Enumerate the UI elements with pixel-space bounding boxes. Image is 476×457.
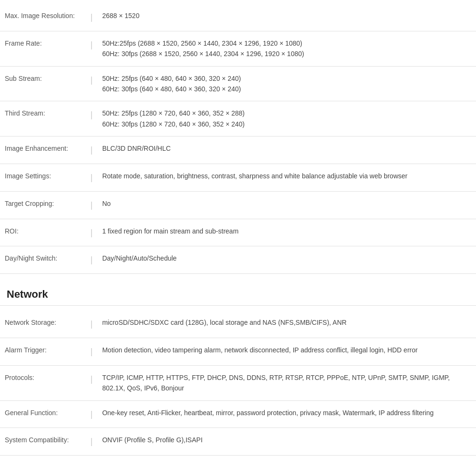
spec-label: General Function: [0, 400, 86, 428]
spec-label: System Compatibility: [0, 428, 86, 456]
spec-label: Day/Night Switch: [0, 246, 86, 274]
table-row: Protocols:|TCP/IP, ICMP, HTTP, HTTPS, FT… [0, 365, 476, 400]
table-row: Third Stream:|50Hz: 25fps (1280 × 720, 6… [0, 101, 476, 136]
spec-label: Image Settings: [0, 164, 86, 191]
spec-value: One-key reset, Anti-Flicker, heartbeat, … [98, 400, 476, 428]
spec-divider: | [86, 219, 98, 246]
spec-divider: | [86, 101, 98, 136]
spec-divider: | [86, 66, 98, 101]
spec-divider: | [86, 365, 98, 400]
table-row: Alarm Trigger:|Motion detection, video t… [0, 338, 476, 365]
spec-value: ONVIF (Profile S, Profile G),ISAPI [98, 428, 476, 456]
spec-divider: | [86, 338, 98, 365]
spec-value: 1 fixed region for main stream and sub-s… [98, 219, 476, 246]
spec-value: Day/Night/Auto/Schedule [98, 246, 476, 274]
spec-divider: | [86, 311, 98, 338]
table-row: Sub Stream:|50Hz: 25fps (640 × 480, 640 … [0, 66, 476, 101]
spec-divider: | [86, 246, 98, 274]
spec-label: Image Enhancement: [0, 136, 86, 164]
spec-label: Third Stream: [0, 101, 86, 136]
spec-label: Network Storage: [0, 311, 86, 338]
network-section-header: Network [0, 279, 476, 306]
table-row: System Compatibility:|ONVIF (Profile S, … [0, 428, 476, 456]
spec-divider: | [86, 136, 98, 164]
spec-value: No [98, 191, 476, 219]
spec-divider: | [86, 400, 98, 428]
spec-label: Protocols: [0, 365, 86, 400]
image-specs-table: Max. Image Resolution:|2688 × 1520Frame … [0, 4, 476, 274]
spec-label: Max. Image Resolution: [0, 4, 86, 31]
spec-value: 50Hz: 25fps (1280 × 720, 640 × 360, 352 … [98, 101, 476, 136]
spec-value: Rotate mode, saturation, brightness, con… [98, 164, 476, 191]
spec-label: ROI: [0, 219, 86, 246]
table-row: ROI:|1 fixed region for main stream and … [0, 219, 476, 246]
spec-divider: | [86, 428, 98, 456]
spec-divider: | [86, 191, 98, 219]
spec-value: 2688 × 1520 [98, 4, 476, 31]
spec-value: BLC/3D DNR/ROI/HLC [98, 136, 476, 164]
table-row: Max. Image Resolution:|2688 × 1520 [0, 4, 476, 31]
spec-value: 50Hz: 25fps (640 × 480, 640 × 360, 320 ×… [98, 66, 476, 101]
table-row: Network Storage:|microSD/SDHC/SDXC card … [0, 311, 476, 338]
spec-divider: | [86, 164, 98, 191]
spec-value: 50Hz:25fps (2688 × 1520, 2560 × 1440, 23… [98, 31, 476, 66]
table-row: General Function:|One-key reset, Anti-Fl… [0, 400, 476, 428]
spec-value: Motion detection, video tampering alarm,… [98, 338, 476, 365]
table-row: Frame Rate:|50Hz:25fps (2688 × 1520, 256… [0, 31, 476, 66]
spec-value: microSD/SDHC/SDXC card (128G), local sto… [98, 311, 476, 338]
table-row: Target Cropping:|No [0, 191, 476, 219]
spec-label: Sub Stream: [0, 66, 86, 101]
spec-divider: | [86, 31, 98, 66]
spec-value: TCP/IP, ICMP, HTTP, HTTPS, FTP, DHCP, DN… [98, 365, 476, 400]
spec-label: Alarm Trigger: [0, 338, 86, 365]
spec-label: Target Cropping: [0, 191, 86, 219]
table-row: Image Enhancement:|BLC/3D DNR/ROI/HLC [0, 136, 476, 164]
table-row: Image Settings:|Rotate mode, saturation,… [0, 164, 476, 191]
spec-label: Frame Rate: [0, 31, 86, 66]
network-specs-table: Network Storage:|microSD/SDHC/SDXC card … [0, 311, 476, 456]
table-row: Day/Night Switch:|Day/Night/Auto/Schedul… [0, 246, 476, 274]
spec-divider: | [86, 4, 98, 31]
